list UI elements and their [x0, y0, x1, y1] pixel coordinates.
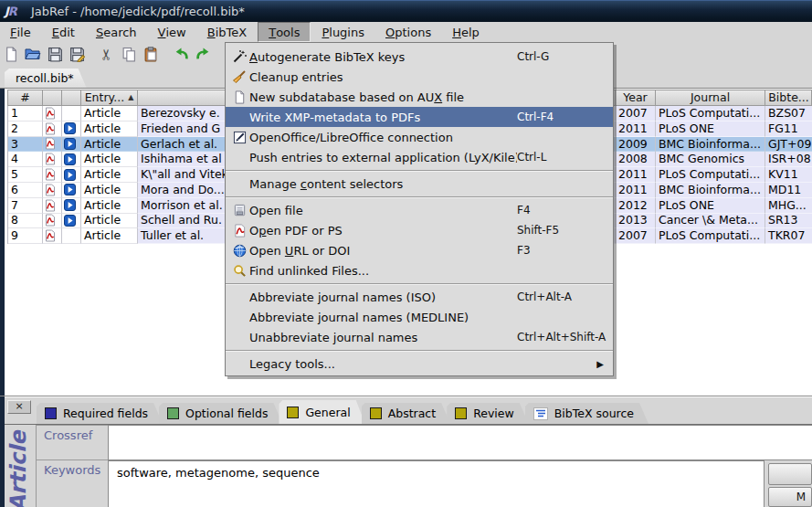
column-header-entrytype[interactable]: Entry...▲: [81, 90, 138, 105]
column-header-bibtexkey[interactable]: Bibte...: [765, 90, 812, 105]
pdf-icon[interactable]: [45, 199, 56, 212]
open-file-icon: [233, 204, 247, 217]
menu-item-write-xmp-metadata[interactable]: Write XMP-metadata to PDFs Ctrl-F4: [226, 107, 613, 127]
column-header-number[interactable]: #: [8, 90, 43, 105]
bibtex-source-icon: [533, 407, 548, 420]
menu-item-push-entries[interactable]: Push entries to external application (Ly…: [226, 147, 613, 167]
menu-item-open-file[interactable]: Open file F4: [226, 200, 613, 220]
general-fields-icon: [287, 407, 299, 418]
keywords-manage-button[interactable]: M: [768, 487, 812, 507]
tab-optional-fields[interactable]: Optional fields: [159, 403, 282, 424]
url-icon[interactable]: [64, 153, 76, 165]
tab-general[interactable]: General: [279, 400, 364, 424]
menu-item-abbreviate-medline[interactable]: Abbreviate journal names (MEDLINE): [226, 307, 613, 327]
entry-editor-tab-bar: Required fields Optional fields General …: [37, 400, 645, 424]
sort-ascending-icon: ▲: [128, 90, 133, 105]
menu-options[interactable]: Options: [375, 22, 441, 42]
column-header-journal[interactable]: Journal: [656, 90, 765, 105]
url-icon[interactable]: [64, 215, 76, 227]
menu-search[interactable]: Search: [86, 22, 147, 42]
new-database-button[interactable]: [0, 44, 22, 64]
save-database-as-button[interactable]: [66, 44, 88, 64]
optional-fields-icon: [167, 407, 179, 419]
pdf-icon[interactable]: [45, 107, 56, 120]
menu-view[interactable]: View: [148, 22, 196, 42]
review-fields-icon: [455, 407, 467, 419]
new-file-icon: [233, 90, 247, 104]
menu-item-manage-content-selectors[interactable]: Manage content selectors: [226, 174, 613, 194]
broom-icon: [232, 69, 247, 84]
menu-item-new-subdatabase[interactable]: New subdatabase based on AUX file: [226, 87, 613, 107]
crossref-label: Crossref: [36, 425, 109, 460]
url-icon[interactable]: [64, 169, 76, 181]
menu-edit[interactable]: Edit: [42, 22, 85, 42]
pdf-icon[interactable]: [45, 137, 56, 150]
menu-tools[interactable]: Tools: [258, 22, 311, 42]
menu-bar: File Edit Search View BibTeX Tools Plugi…: [0, 22, 812, 42]
menu-item-unabbreviate[interactable]: Unabbreviate journal names Ctrl+Alt+Shif…: [226, 327, 613, 347]
copy-button[interactable]: [118, 44, 140, 64]
menu-item-autogenerate-bibtex-keys[interactable]: Autogenerate BibTeX keys Ctrl-G: [226, 47, 613, 67]
menu-item-legacy-tools[interactable]: Legacy tools... ▶: [226, 354, 613, 374]
menu-separator: [226, 347, 613, 354]
submenu-arrow-icon: ▶: [596, 359, 604, 369]
cut-button[interactable]: ✂: [96, 44, 118, 64]
database-tab-recoll[interactable]: recoll.bib*: [5, 69, 87, 88]
menu-item-open-pdf-or-ps[interactable]: Open PDF or PS Shift-F5: [226, 220, 613, 240]
pdf-icon: [233, 224, 247, 238]
menu-help[interactable]: Help: [442, 22, 490, 42]
crossref-field[interactable]: [108, 425, 812, 460]
menu-item-abbreviate-iso[interactable]: Abbreviate journal names (ISO) Ctrl+Alt-…: [226, 287, 613, 307]
pdf-icon[interactable]: [45, 153, 56, 165]
menu-separator: [226, 194, 613, 200]
menu-separator: [226, 280, 613, 287]
tab-review[interactable]: Review: [447, 403, 529, 424]
menu-item-cleanup-entries[interactable]: Cleanup entries: [226, 67, 613, 87]
url-icon[interactable]: [64, 199, 76, 211]
column-header-year[interactable]: Year: [616, 90, 656, 105]
url-icon[interactable]: [64, 122, 76, 134]
magnifier-icon: [233, 264, 247, 278]
save-database-button[interactable]: [44, 44, 66, 64]
pdf-icon[interactable]: [45, 184, 56, 196]
globe-icon: [233, 244, 247, 258]
keywords-side-button[interactable]: [768, 463, 812, 485]
url-icon[interactable]: [64, 138, 76, 150]
pdf-icon[interactable]: [45, 214, 56, 227]
close-entry-editor-button[interactable]: ×: [7, 400, 31, 414]
tab-required-fields[interactable]: Required fields: [37, 403, 163, 424]
required-fields-icon: [45, 407, 57, 419]
url-icon[interactable]: [64, 184, 76, 195]
menu-item-openoffice-connection[interactable]: OpenOffice/LibreOffice connection: [226, 127, 613, 147]
undo-button[interactable]: [170, 44, 192, 64]
scissors-icon: ✂: [99, 48, 116, 59]
abstract-fields-icon: [370, 407, 382, 419]
keywords-input[interactable]: [109, 461, 764, 480]
pdf-icon[interactable]: [45, 229, 56, 242]
redo-button[interactable]: [192, 44, 214, 64]
crossref-input[interactable]: [109, 426, 812, 444]
column-header-url[interactable]: [62, 90, 81, 105]
pdf-icon[interactable]: [45, 122, 56, 135]
column-header-pdf[interactable]: [43, 90, 62, 105]
menu-file[interactable]: File: [0, 22, 41, 42]
menu-item-find-unlinked-files[interactable]: Find unlinked Files...: [226, 260, 613, 280]
wand-icon: [232, 49, 247, 64]
entry-editor-panel: × Required fields Optional fields Genera…: [0, 396, 812, 507]
title-bar: JR JabRef - /home/jedick/pdf/recoll.bib*: [0, 0, 812, 22]
tab-abstract[interactable]: Abstract: [362, 403, 450, 424]
menu-item-open-url-or-doi[interactable]: Open URL or DOI F3: [226, 240, 613, 260]
open-database-button[interactable]: [22, 44, 44, 64]
tools-menu-popup: Autogenerate BibTeX keys Ctrl-G Cleanup …: [225, 42, 614, 376]
paste-button[interactable]: [140, 44, 162, 64]
menu-bibtex[interactable]: BibTeX: [197, 22, 257, 42]
window-title: JabRef - /home/jedick/pdf/recoll.bib*: [31, 5, 245, 18]
menu-plugins[interactable]: Plugins: [311, 22, 374, 42]
entry-type-label: Article: [2, 424, 35, 507]
keywords-label: Keywords: [36, 460, 109, 507]
tab-bibtex-source[interactable]: BibTeX source: [525, 403, 649, 424]
menu-separator: [226, 167, 613, 174]
keywords-field[interactable]: [108, 460, 765, 507]
pdf-icon[interactable]: [45, 168, 56, 181]
app-logo-icon: JR: [5, 4, 25, 19]
